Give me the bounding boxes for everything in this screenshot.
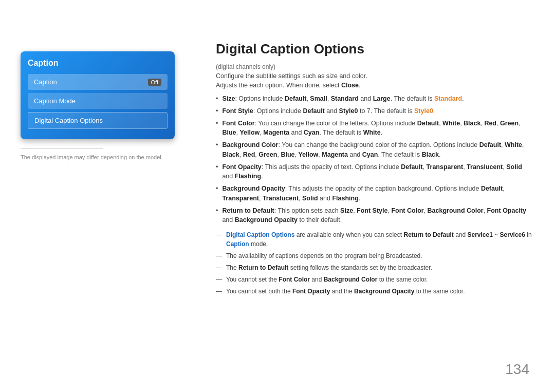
left-panel: Caption Caption Off Caption Mode Digital… bbox=[21, 51, 175, 160]
menu-title: Caption bbox=[28, 59, 168, 68]
dash-note-2: The availability of captions depends on … bbox=[216, 251, 534, 260]
bullet-return-default: Return to Default: This option sets each… bbox=[216, 206, 534, 226]
bullet-font-style: Font Style: Options include Default and … bbox=[216, 106, 534, 116]
digital-caption-item[interactable]: Digital Caption Options bbox=[28, 112, 168, 129]
subtitle: (digital channels only) bbox=[216, 63, 534, 70]
model-note: The displayed image may differ depending… bbox=[21, 154, 175, 160]
page-number: 134 bbox=[505, 361, 529, 378]
divider bbox=[21, 148, 103, 149]
dash-note-5: You cannot set both the Font Opacity and… bbox=[216, 287, 534, 296]
dash-note-4: You cannot set the Font Color and Backgr… bbox=[216, 275, 534, 284]
page-title: Digital Caption Options bbox=[216, 41, 534, 57]
bullet-list: Size: Options include Default, Small, St… bbox=[216, 94, 534, 225]
digital-caption-label: Digital Caption Options bbox=[34, 117, 103, 124]
dash-note-1: Digital Caption Options are available on… bbox=[216, 230, 534, 249]
bullet-bg-color: Background Color: You can change the bac… bbox=[216, 140, 534, 160]
caption-label: Caption bbox=[34, 78, 57, 86]
dash-note-3: The Return to Default setting follows th… bbox=[216, 263, 534, 272]
bullet-font-opacity: Font Opacity: This adjusts the opacity o… bbox=[216, 162, 534, 182]
adjusts-text: Adjusts the each option. When done, sele… bbox=[216, 82, 534, 89]
caption-mode-item[interactable]: Caption Mode bbox=[28, 93, 168, 109]
menu-box: Caption Caption Off Caption Mode Digital… bbox=[21, 51, 175, 139]
caption-menu-item[interactable]: Caption Off bbox=[28, 74, 168, 90]
bullet-font-color: Font Color: You can change the color of … bbox=[216, 119, 534, 138]
caption-badge: Off bbox=[148, 79, 161, 86]
right-content: Digital Caption Options (digital channel… bbox=[216, 41, 534, 298]
dash-notes: Digital Caption Options are available on… bbox=[216, 230, 534, 296]
bullet-bg-opacity: Background Opacity: This adjusts the opa… bbox=[216, 184, 534, 203]
configure-text: Configure the subtitle settings such as … bbox=[216, 72, 534, 80]
bullet-size: Size: Options include Default, Small, St… bbox=[216, 94, 534, 104]
caption-mode-label: Caption Mode bbox=[34, 97, 76, 105]
